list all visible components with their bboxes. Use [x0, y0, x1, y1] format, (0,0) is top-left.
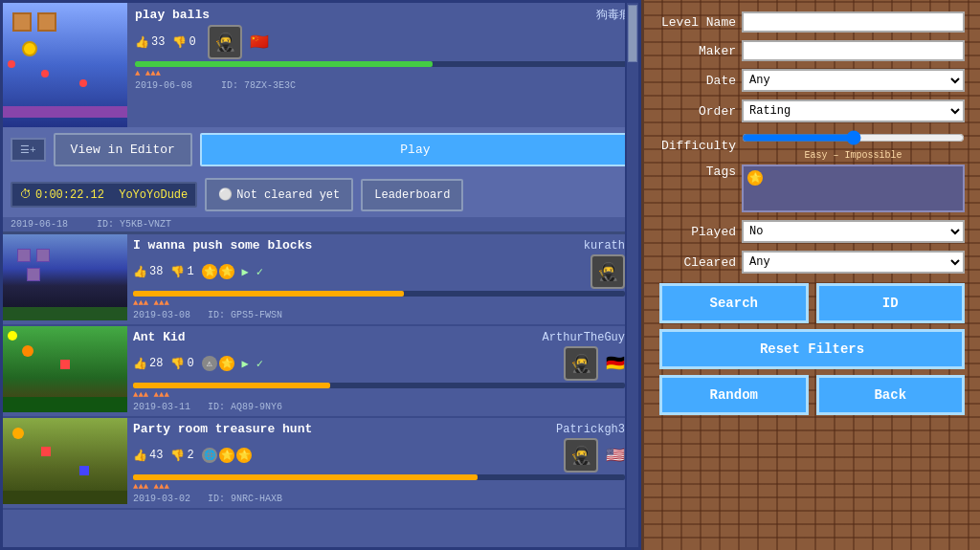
selected-level-title: play balls [135, 8, 210, 22]
difficulty-slider-container: Easy – Impossible [742, 130, 965, 161]
tags-area[interactable]: ⭐ [742, 165, 965, 212]
avatar-1: 🥷 [590, 254, 625, 289]
time-badge: ⏱ 0:00:22.12 YoYoYoDude [11, 182, 197, 208]
back-button[interactable]: Back [816, 375, 966, 415]
flag-2: 🇩🇪 [606, 354, 625, 373]
level-diff-3: ▲▲▲ ▲▲▲ [133, 482, 625, 492]
selected-title-row: play balls 狗毒瘤 [135, 7, 631, 23]
list-icon[interactable]: ☰+ [11, 138, 46, 162]
date-select[interactable]: Any Today This Week This Month This Year [742, 69, 965, 92]
date-label: Date [659, 74, 736, 88]
difficulty-slider[interactable] [742, 130, 965, 145]
level-thumb-2 [3, 326, 127, 412]
level-maker-2: ArthurTheGuy [543, 331, 625, 344]
level-dislikes-3: 👎 2 [170, 449, 193, 463]
scrollbar-thumb[interactable] [628, 5, 637, 62]
avatar-2: 🥷 [564, 346, 598, 381]
selected-info: play balls 狗毒瘤 👍 33 👎 0 [127, 3, 638, 127]
level-thumb-1 [3, 234, 127, 320]
thumbs-down-icon: 👎 [172, 35, 187, 50]
selected-thumb [3, 3, 127, 127]
list-item[interactable]: I wanna push some blocks kurath 👍 38 👎 1… [3, 234, 631, 326]
order-row: Order Rating Date Title Likes [659, 99, 965, 122]
thumbs-up-icon: 👍 [133, 265, 147, 279]
action-buttons-row1: ☰+ View in Editor Play [3, 127, 638, 172]
avatar-3: 🥷 [564, 438, 598, 473]
selected-avatar: 🥷 [208, 25, 242, 59]
played-row: Played No Yes Any [659, 220, 965, 243]
thumbs-down-icon: 👎 [170, 265, 185, 279]
level-likes-1: 👍 38 [133, 265, 163, 279]
tags-label: Tags [659, 165, 736, 179]
random-button[interactable]: Random [659, 375, 809, 415]
level-tags-1: ⭐ ⭐ [202, 264, 234, 279]
selected-difficulty: ▲ ▲▲▲ [135, 69, 631, 78]
list-item[interactable]: Ant Kid ArthurTheGuy 👍 28 👎 0 ⚠ ⭐ [3, 326, 631, 418]
level-progress-1 [133, 291, 625, 297]
right-panel: Level Name Maker Date Any Today This Wee… [641, 0, 980, 550]
level-name-input[interactable] [742, 11, 965, 33]
clock-icon: ⏱ [20, 187, 32, 202]
selected-dislikes: 👎 0 [172, 35, 195, 50]
difficulty-range-label: Easy – Impossible [742, 150, 965, 161]
list-item[interactable]: Party room treasure hunt Patrickgh3 👍 43… [3, 418, 631, 510]
date-row: Date Any Today This Week This Month This… [659, 69, 965, 92]
id-button[interactable]: ID [816, 283, 966, 323]
cleared-label: Cleared [659, 255, 736, 270]
maker-row: Maker [659, 40, 965, 61]
play-icon: ▶ [242, 357, 249, 371]
selected-flag: 🇨🇳 [250, 33, 269, 52]
star-tag: ⭐ [202, 264, 217, 279]
level-progress-2 [133, 383, 625, 388]
thumbs-down-icon: 👎 [170, 357, 185, 371]
thumbs-down-icon: 👎 [170, 449, 185, 463]
filter-panel: Level Name Maker Date Any Today This Wee… [659, 11, 965, 415]
difficulty-label: Difficulty [659, 139, 736, 153]
view-in-editor-button[interactable]: View in Editor [54, 133, 192, 166]
search-button[interactable]: Search [659, 283, 809, 323]
played-label: Played [659, 225, 736, 239]
selected-level-stats: 👍 33 👎 0 🥷 🇨🇳 [135, 25, 631, 59]
level-meta-2: 2019-03-11 ID: AQ89-9NY6 [133, 402, 625, 412]
selected-top: play balls 狗毒瘤 👍 33 👎 0 [3, 3, 638, 127]
thumbs-up-icon: 👍 [133, 357, 147, 371]
selected-progress-bar [135, 61, 631, 67]
diff-tag: ⚠ [202, 356, 217, 371]
thumbs-up-icon: 👍 [133, 449, 147, 463]
selected-meta-prev: 2019-06-08 ID: 78ZX-3E3C [135, 80, 631, 91]
difficulty-row: Difficulty Easy – Impossible [659, 130, 965, 161]
played-select[interactable]: No Yes Any [742, 220, 965, 243]
star-tag: ⭐ [219, 264, 234, 279]
level-likes-2: 👍 28 [133, 357, 163, 371]
not-cleared-button[interactable]: ⚪ Not cleared yet [205, 178, 353, 211]
level-maker-1: kurath [584, 239, 625, 253]
star-tag: ⭐ [219, 448, 234, 463]
level-maker-3: Patrickgh3 [556, 423, 625, 436]
thumbs-up-icon: 👍 [135, 35, 149, 50]
circle-icon: ⚪ [218, 187, 233, 202]
order-select[interactable]: Rating Date Title Likes [742, 99, 965, 122]
maker-input[interactable] [742, 40, 965, 61]
cleared-row: Cleared Any Yes No [659, 251, 965, 274]
cleared-select[interactable]: Any Yes No [742, 251, 965, 274]
reset-filters-button[interactable]: Reset Filters [659, 329, 965, 369]
main-container: play balls 狗毒瘤 👍 33 👎 0 [0, 0, 980, 550]
selected-meta: 2019-06-18 ID: Y5KB-VNZT [3, 217, 638, 231]
level-progress-3 [133, 474, 625, 480]
level-info-3: Party room treasure hunt Patrickgh3 👍 43… [127, 418, 631, 508]
level-dislikes-2: 👎 0 [170, 357, 193, 371]
leaderboard-button[interactable]: Leaderboard [361, 179, 463, 211]
level-dislikes-1: 👎 1 [170, 265, 193, 279]
star-tag-selected[interactable]: ⭐ [747, 170, 763, 186]
level-info-2: Ant Kid ArthurTheGuy 👍 28 👎 0 ⚠ ⭐ [127, 326, 631, 416]
globe-tag: 🌐 [202, 448, 217, 463]
level-meta-3: 2019-03-02 ID: 9NRC-HAXB [133, 494, 625, 504]
play-button[interactable]: Play [200, 133, 631, 166]
level-tags-3: 🌐 ⭐ ⭐ [202, 448, 252, 463]
play-icon: ▶ [242, 265, 249, 279]
level-thumb-3 [3, 418, 127, 504]
action-buttons-row2: ⏱ 0:00:22.12 YoYoYoDude ⚪ Not cleared ye… [3, 172, 638, 217]
scrollbar[interactable] [625, 3, 638, 547]
level-title-3: Party room treasure hunt [133, 422, 312, 436]
level-title-2: Ant Kid [133, 330, 186, 344]
